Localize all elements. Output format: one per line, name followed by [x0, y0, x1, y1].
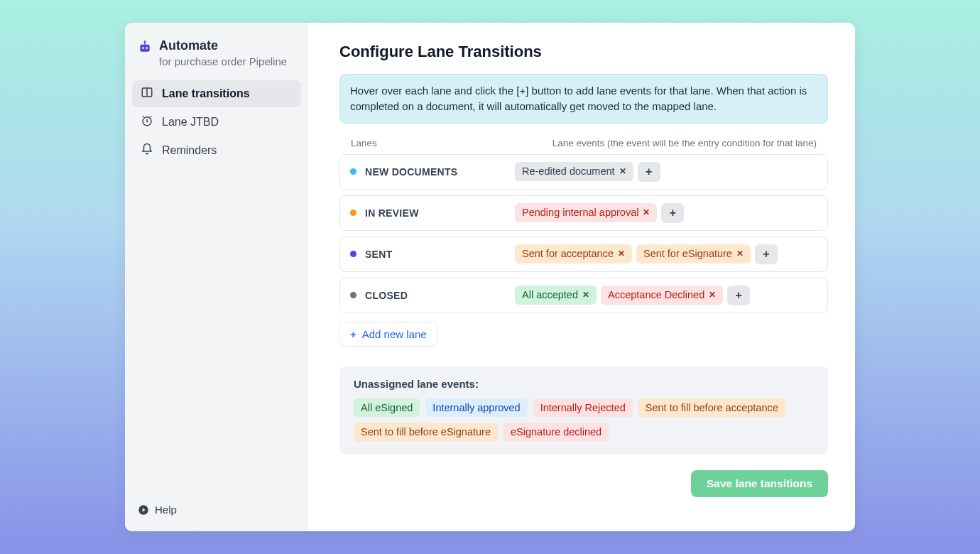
sidebar-nav: Lane transitionsLane JTBDReminders	[132, 80, 301, 164]
svg-rect-0	[140, 45, 149, 52]
lane-events: Re-edited document✕+	[515, 162, 660, 182]
lane-name: IN REVIEW	[365, 207, 419, 219]
lane-row: CLOSEDAll accepted✕Acceptance Declined✕+	[339, 278, 828, 313]
plus-icon: +	[350, 328, 356, 340]
nav-item-label: Lane transitions	[162, 87, 250, 100]
play-circle-icon	[138, 504, 149, 516]
lane-row: IN REVIEWPending internal approval✕+	[339, 195, 828, 231]
event-tag-label: Sent for acceptance	[522, 247, 614, 261]
clock-icon	[141, 114, 153, 130]
col-header-events: Lane events (the event will be the entry…	[516, 138, 817, 148]
nav-item-label: Lane JTBD	[162, 116, 219, 129]
add-event-button[interactable]: +	[727, 286, 750, 305]
main-content: Configure Lane Transitions Hover over ea…	[308, 23, 855, 531]
lane-name: SENT	[365, 249, 392, 260]
remove-event-icon[interactable]: ✕	[709, 290, 716, 301]
event-tag[interactable]: All accepted✕	[515, 286, 597, 305]
sidebar-subtitle: for purchase order Pipeline	[159, 55, 287, 67]
remove-event-icon[interactable]: ✕	[619, 166, 626, 178]
app-window: Automate for purchase order Pipeline Lan…	[125, 23, 855, 531]
help-label: Help	[155, 504, 177, 516]
columns-icon	[141, 86, 153, 102]
unassigned-events-box: Unassigned lane events: All eSignedInter…	[339, 366, 828, 455]
add-event-button[interactable]: +	[638, 162, 660, 182]
lane-row: NEW DOCUMENTSRe-edited document✕+	[339, 154, 828, 190]
remove-event-icon[interactable]: ✕	[618, 249, 625, 260]
unassigned-title: Unassigned lane events:	[354, 378, 814, 390]
event-tag-label: Pending internal approval	[522, 206, 638, 219]
col-header-lanes: Lanes	[351, 138, 516, 148]
event-tag[interactable]: Sent for eSignature✕	[636, 244, 751, 264]
event-tag[interactable]: Pending internal approval✕	[515, 203, 657, 222]
unassigned-event-tag[interactable]: Sent to fill before acceptance	[638, 398, 785, 418]
nav-item-lane-jtbd[interactable]: Lane JTBD	[132, 109, 301, 136]
add-event-button[interactable]: +	[755, 244, 778, 264]
lane-name: NEW DOCUMENTS	[365, 166, 457, 178]
lane-status-dot	[350, 210, 356, 216]
info-banner: Hover over each lane and click the [+] b…	[339, 74, 828, 124]
help-link[interactable]: Help	[132, 499, 301, 520]
event-tag[interactable]: Acceptance Declined✕	[601, 286, 723, 305]
lanes-list: NEW DOCUMENTSRe-edited document✕+IN REVI…	[339, 154, 828, 313]
lane-events: Sent for acceptance✕Sent for eSignature✕…	[515, 244, 778, 264]
lane-status-dot	[350, 251, 356, 257]
nav-item-reminders[interactable]: Reminders	[132, 137, 301, 164]
unassigned-event-tag[interactable]: Internally Rejected	[533, 398, 633, 418]
footer-actions: Save lane tansitions	[339, 470, 828, 497]
lane-name-wrap: CLOSED	[350, 290, 515, 301]
unassigned-event-tag[interactable]: All eSigned	[354, 398, 420, 418]
svg-point-4	[144, 40, 146, 43]
sidebar: Automate for purchase order Pipeline Lan…	[125, 23, 308, 531]
lane-events: Pending internal approval✕+	[515, 203, 684, 223]
page-title: Configure Lane Transitions	[339, 43, 828, 61]
unassigned-event-tag[interactable]: Internally approved	[425, 398, 527, 418]
unassigned-event-tag[interactable]: eSignature declined	[503, 423, 609, 442]
svg-rect-3	[144, 42, 146, 44]
add-new-lane-button[interactable]: + Add new lane	[339, 322, 437, 347]
lane-name-wrap: NEW DOCUMENTS	[350, 166, 515, 178]
svg-point-1	[142, 47, 144, 49]
robot-icon	[138, 40, 152, 54]
sidebar-header: Automate for purchase order Pipeline	[132, 34, 301, 76]
event-tag[interactable]: Re-edited document✕	[515, 162, 633, 181]
unassigned-event-tag[interactable]: Sent to fill before eSignature	[354, 423, 498, 442]
remove-event-icon[interactable]: ✕	[643, 207, 650, 219]
event-tag[interactable]: Sent for acceptance✕	[515, 244, 632, 264]
remove-event-icon[interactable]: ✕	[736, 249, 744, 260]
lane-name: CLOSED	[365, 290, 408, 301]
add-lane-label: Add new lane	[362, 328, 427, 340]
event-tag-label: Re-edited document	[522, 165, 615, 178]
unassigned-tags: All eSignedInternally approvedInternally…	[354, 398, 814, 442]
lane-name-wrap: IN REVIEW	[350, 207, 515, 219]
svg-point-2	[146, 47, 148, 49]
nav-item-lane-transitions[interactable]: Lane transitions	[132, 80, 301, 107]
lane-status-dot	[350, 168, 356, 175]
bell-icon	[141, 143, 153, 158]
event-tag-label: All accepted	[522, 288, 578, 302]
lane-name-wrap: SENT	[350, 249, 515, 260]
save-button[interactable]: Save lane tansitions	[691, 470, 828, 497]
nav-item-label: Reminders	[162, 144, 217, 157]
lane-status-dot	[350, 292, 356, 298]
sidebar-title: Automate	[159, 38, 287, 54]
add-event-button[interactable]: +	[661, 203, 684, 223]
remove-event-icon[interactable]: ✕	[582, 290, 589, 301]
event-tag-label: Acceptance Declined	[608, 288, 704, 302]
lane-row: SENTSent for acceptance✕Sent for eSignat…	[339, 237, 828, 272]
lane-events: All accepted✕Acceptance Declined✕+	[515, 286, 750, 305]
column-headers: Lanes Lane events (the event will be the…	[339, 138, 828, 154]
event-tag-label: Sent for eSignature	[643, 247, 732, 261]
